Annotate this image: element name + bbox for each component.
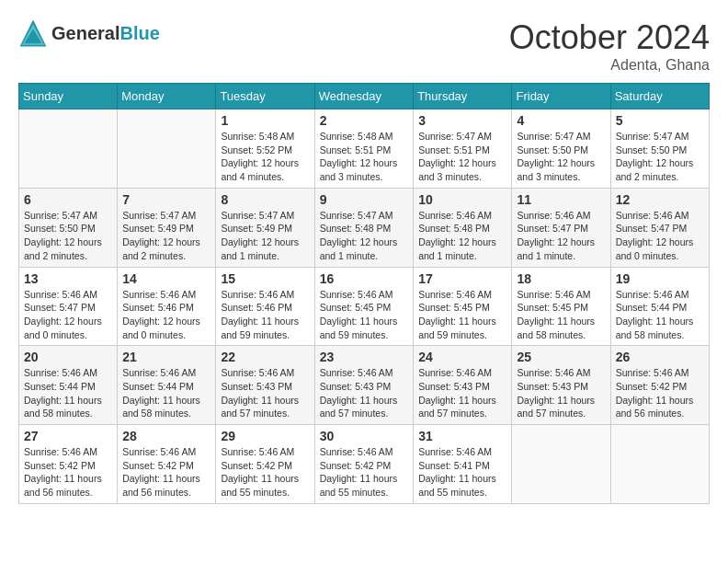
calendar-cell: 27Sunrise: 5:46 AM Sunset: 5:42 PM Dayli… (19, 425, 118, 504)
calendar-cell: 1Sunrise: 5:48 AM Sunset: 5:52 PM Daylig… (216, 109, 314, 189)
calendar-cell: 10Sunrise: 5:46 AM Sunset: 5:48 PM Dayli… (414, 188, 512, 267)
calendar-week-row: 1Sunrise: 5:48 AM Sunset: 5:52 PM Daylig… (19, 109, 710, 189)
day-info: Sunrise: 5:46 AM Sunset: 5:44 PM Dayligh… (122, 366, 210, 420)
logo-icon (18, 18, 48, 48)
day-info: Sunrise: 5:46 AM Sunset: 5:45 PM Dayligh… (320, 288, 409, 342)
calendar-week-row: 27Sunrise: 5:46 AM Sunset: 5:42 PM Dayli… (19, 425, 710, 504)
day-info: Sunrise: 5:46 AM Sunset: 5:42 PM Dayligh… (320, 445, 409, 500)
day-info: Sunrise: 5:46 AM Sunset: 5:41 PM Dayligh… (418, 445, 506, 500)
day-info: Sunrise: 5:46 AM Sunset: 5:43 PM Dayligh… (418, 366, 506, 420)
calendar-body: 1Sunrise: 5:48 AM Sunset: 5:52 PM Daylig… (19, 109, 710, 504)
day-number: 19 (616, 271, 704, 286)
day-of-week-header: Friday (512, 84, 610, 109)
day-info: Sunrise: 5:46 AM Sunset: 5:46 PM Dayligh… (221, 288, 309, 342)
calendar-cell: 30Sunrise: 5:46 AM Sunset: 5:42 PM Dayli… (314, 425, 414, 504)
day-info: Sunrise: 5:46 AM Sunset: 5:48 PM Dayligh… (418, 209, 506, 263)
day-number: 1 (221, 113, 309, 128)
day-number: 14 (122, 271, 210, 286)
day-info: Sunrise: 5:47 AM Sunset: 5:49 PM Dayligh… (122, 209, 210, 263)
calendar-cell: 5Sunrise: 5:47 AM Sunset: 5:50 PM Daylig… (610, 109, 709, 189)
location: Adenta, Ghana (509, 57, 710, 74)
calendar-cell: 16Sunrise: 5:46 AM Sunset: 5:45 PM Dayli… (314, 267, 414, 346)
calendar-cell: 6Sunrise: 5:47 AM Sunset: 5:50 PM Daylig… (19, 188, 118, 267)
logo-text-general: General (51, 23, 119, 43)
calendar-cell: 3Sunrise: 5:47 AM Sunset: 5:51 PM Daylig… (414, 109, 512, 189)
day-number: 3 (418, 113, 506, 128)
day-number: 4 (517, 113, 605, 128)
day-info: Sunrise: 5:46 AM Sunset: 5:47 PM Dayligh… (616, 209, 704, 263)
day-of-week-header: Wednesday (314, 84, 414, 109)
day-info: Sunrise: 5:46 AM Sunset: 5:44 PM Dayligh… (24, 366, 112, 420)
calendar-week-row: 6Sunrise: 5:47 AM Sunset: 5:50 PM Daylig… (19, 188, 710, 267)
day-number: 23 (320, 350, 409, 364)
calendar-cell: 14Sunrise: 5:46 AM Sunset: 5:46 PM Dayli… (118, 267, 216, 346)
day-number: 24 (418, 350, 506, 364)
month-title: October 2024 (509, 18, 710, 57)
page-header: GeneralBlue October 2024 Adenta, Ghana (18, 18, 710, 74)
day-number: 10 (418, 192, 506, 207)
day-info: Sunrise: 5:47 AM Sunset: 5:50 PM Dayligh… (24, 209, 112, 263)
day-of-week-header: Tuesday (216, 84, 314, 109)
calendar-cell (610, 425, 709, 504)
calendar-cell: 24Sunrise: 5:46 AM Sunset: 5:43 PM Dayli… (414, 346, 512, 425)
calendar-week-row: 20Sunrise: 5:46 AM Sunset: 5:44 PM Dayli… (19, 346, 710, 425)
calendar-table: SundayMondayTuesdayWednesdayThursdayFrid… (18, 83, 710, 504)
title-block: October 2024 Adenta, Ghana (509, 18, 710, 74)
day-info: Sunrise: 5:46 AM Sunset: 5:43 PM Dayligh… (221, 366, 309, 420)
day-info: Sunrise: 5:46 AM Sunset: 5:43 PM Dayligh… (517, 366, 605, 420)
day-number: 22 (221, 350, 309, 364)
calendar-cell: 8Sunrise: 5:47 AM Sunset: 5:49 PM Daylig… (216, 188, 314, 267)
calendar-cell (19, 109, 118, 189)
calendar-cell: 9Sunrise: 5:47 AM Sunset: 5:48 PM Daylig… (314, 188, 414, 267)
calendar-cell: 7Sunrise: 5:47 AM Sunset: 5:49 PM Daylig… (118, 188, 216, 267)
calendar-cell: 19Sunrise: 5:46 AM Sunset: 5:44 PM Dayli… (610, 267, 709, 346)
day-number: 28 (122, 429, 210, 443)
day-info: Sunrise: 5:46 AM Sunset: 5:45 PM Dayligh… (418, 288, 506, 342)
day-number: 29 (221, 429, 309, 443)
calendar-cell: 15Sunrise: 5:46 AM Sunset: 5:46 PM Dayli… (216, 267, 314, 346)
day-number: 16 (320, 271, 409, 286)
calendar-cell: 21Sunrise: 5:46 AM Sunset: 5:44 PM Dayli… (118, 346, 216, 425)
calendar-header: SundayMondayTuesdayWednesdayThursdayFrid… (19, 84, 710, 109)
day-of-week-header: Monday (118, 84, 216, 109)
day-number: 7 (122, 192, 210, 207)
day-number: 5 (616, 113, 704, 128)
calendar-cell: 22Sunrise: 5:46 AM Sunset: 5:43 PM Dayli… (216, 346, 314, 425)
calendar-cell: 20Sunrise: 5:46 AM Sunset: 5:44 PM Dayli… (19, 346, 118, 425)
calendar-cell (118, 109, 216, 189)
day-info: Sunrise: 5:46 AM Sunset: 5:43 PM Dayligh… (320, 366, 409, 420)
day-number: 6 (24, 192, 112, 207)
day-info: Sunrise: 5:46 AM Sunset: 5:42 PM Dayligh… (221, 445, 309, 500)
calendar-cell: 4Sunrise: 5:47 AM Sunset: 5:50 PM Daylig… (512, 109, 610, 189)
calendar-cell: 25Sunrise: 5:46 AM Sunset: 5:43 PM Dayli… (512, 346, 610, 425)
day-number: 26 (616, 350, 704, 364)
day-info: Sunrise: 5:47 AM Sunset: 5:51 PM Dayligh… (418, 130, 506, 184)
day-info: Sunrise: 5:48 AM Sunset: 5:51 PM Dayligh… (320, 130, 409, 184)
day-number: 18 (517, 271, 605, 286)
calendar-cell: 11Sunrise: 5:46 AM Sunset: 5:47 PM Dayli… (512, 188, 610, 267)
day-info: Sunrise: 5:46 AM Sunset: 5:47 PM Dayligh… (24, 288, 112, 342)
day-number: 12 (616, 192, 704, 207)
day-info: Sunrise: 5:47 AM Sunset: 5:48 PM Dayligh… (320, 209, 409, 263)
calendar-cell: 29Sunrise: 5:46 AM Sunset: 5:42 PM Dayli… (216, 425, 314, 504)
day-of-week-header: Saturday (610, 84, 709, 109)
day-number: 13 (24, 271, 112, 286)
day-number: 21 (122, 350, 210, 364)
day-number: 27 (24, 429, 112, 443)
calendar-cell: 26Sunrise: 5:46 AM Sunset: 5:42 PM Dayli… (610, 346, 709, 425)
day-info: Sunrise: 5:46 AM Sunset: 5:42 PM Dayligh… (122, 445, 210, 500)
day-info: Sunrise: 5:46 AM Sunset: 5:42 PM Dayligh… (616, 366, 704, 420)
calendar-cell: 31Sunrise: 5:46 AM Sunset: 5:41 PM Dayli… (414, 425, 512, 504)
day-number: 2 (320, 113, 409, 128)
day-of-week-header: Thursday (414, 84, 512, 109)
calendar-cell: 23Sunrise: 5:46 AM Sunset: 5:43 PM Dayli… (314, 346, 414, 425)
day-number: 15 (221, 271, 309, 286)
calendar-cell: 17Sunrise: 5:46 AM Sunset: 5:45 PM Dayli… (414, 267, 512, 346)
day-number: 9 (320, 192, 409, 207)
calendar-week-row: 13Sunrise: 5:46 AM Sunset: 5:47 PM Dayli… (19, 267, 710, 346)
day-info: Sunrise: 5:46 AM Sunset: 5:42 PM Dayligh… (24, 445, 112, 500)
day-info: Sunrise: 5:47 AM Sunset: 5:50 PM Dayligh… (616, 130, 704, 184)
calendar-cell: 13Sunrise: 5:46 AM Sunset: 5:47 PM Dayli… (19, 267, 118, 346)
day-info: Sunrise: 5:46 AM Sunset: 5:45 PM Dayligh… (517, 288, 605, 342)
header-row: SundayMondayTuesdayWednesdayThursdayFrid… (19, 84, 710, 109)
